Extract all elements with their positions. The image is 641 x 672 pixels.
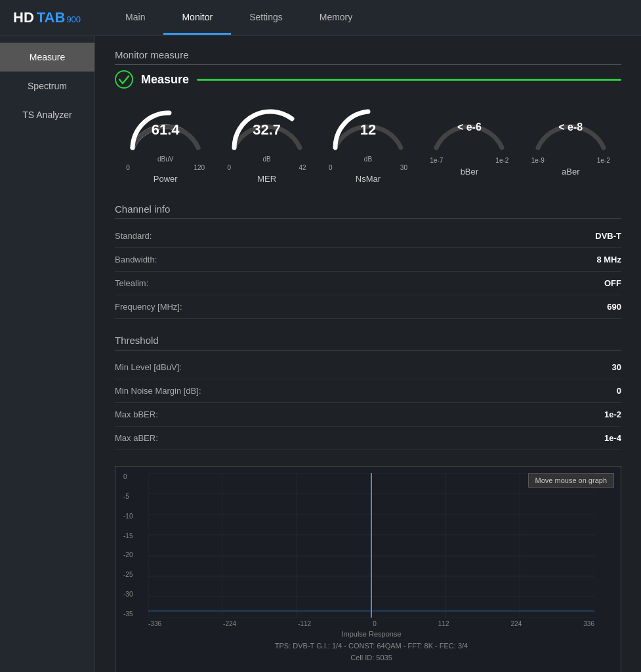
channel-info-telealim-label: Telealim: [115, 278, 148, 288]
tab-monitor[interactable]: Monitor [163, 1, 231, 35]
gauge-bber-max: 1e-2 [495, 157, 508, 164]
app-body: Measure Spectrum TS Analyzer Monitor mea… [0, 36, 641, 672]
gauge-mer-label: MER [257, 174, 276, 184]
gauge-nsmar-svg: 12 [329, 102, 407, 154]
logo-hd: HD [13, 9, 34, 26]
gauge-power-min: 0 [126, 164, 130, 171]
channel-info-frequency-value: 690 [607, 302, 621, 312]
channel-info-standard-value: DVB-T [595, 231, 621, 241]
gauge-aber-scale: 1e-9 1e-2 [531, 157, 610, 164]
main-content: Monitor measure Measure [95, 36, 641, 672]
channel-info-standard-label: Standard: [115, 231, 152, 241]
gauge-power-value: 61.4 [152, 121, 180, 138]
chart-info-line2: Cell ID: 5035 [148, 654, 594, 662]
channel-info-bandwidth-label: Bandwidth: [115, 255, 157, 264]
chart-x-title: Impulse Response [148, 630, 594, 638]
chart-x-label-1: -224 [223, 620, 236, 627]
monitor-measure-title: Monitor measure [115, 49, 621, 65]
chart-x-label-3: 0 [373, 620, 377, 627]
channel-info-title: Channel info [115, 203, 621, 219]
gauge-aber-value: < e-8 [558, 121, 583, 133]
gauge-aber-svg: < e-8 [531, 102, 610, 154]
gauge-mer-svg: 32.7 [228, 102, 306, 154]
chart-x-label-5: 224 [511, 620, 522, 627]
chart-svg [148, 473, 594, 618]
gauge-aber-label: aBer [562, 167, 579, 177]
sidebar: Measure Spectrum TS Analyzer [0, 36, 95, 672]
threshold-max-bber-label: Max bBER: [115, 410, 158, 419]
chart-x-label-0: -336 [148, 620, 161, 627]
channel-info-frequency: Frequency [MHz]: 690 [115, 295, 621, 319]
gauge-nsmar-min: 0 [329, 164, 333, 171]
threshold-min-noise: Min Noise Margin [dB]: 0 [115, 379, 621, 403]
gauge-bber-label: bBer [461, 167, 478, 177]
gauge-bber: < e-6 1e-7 1e-2 bBer [426, 102, 512, 184]
logo-tab: TAB [37, 9, 66, 26]
channel-info-telealim: Telealim: OFF [115, 272, 621, 295]
gauges-row: 61.4 dBuV 0 120 Power 32.7 dB [115, 102, 621, 184]
channel-info-telealim-value: OFF [604, 278, 621, 288]
gauge-power-label: Power [154, 174, 178, 184]
threshold-title: Threshold [115, 335, 621, 350]
sidebar-item-spectrum[interactable]: Spectrum [0, 72, 94, 100]
threshold-max-bber-value: 1e-2 [604, 410, 621, 419]
gauge-mer-scale: 0 42 [228, 164, 306, 171]
threshold-max-aber-label: Max aBER: [115, 433, 158, 443]
chart-wrapper[interactable]: Move mouse on graph 0 -5 -10 -15 -20 -25… [115, 466, 621, 672]
gauge-power-max: 120 [194, 164, 205, 171]
gauge-nsmar: 12 dB 0 30 NsMar [325, 102, 411, 184]
gauge-bber-min: 1e-7 [430, 157, 443, 164]
measure-line [197, 79, 621, 81]
gauge-power: 61.4 dBuV 0 120 Power [123, 102, 208, 184]
gauge-bber-svg: < e-6 [430, 102, 508, 154]
threshold-min-noise-value: 0 [617, 386, 621, 396]
gauge-nsmar-label: NsMar [356, 174, 381, 184]
gauge-mer-unit: dB [262, 156, 270, 163]
measure-label: Measure [141, 73, 189, 87]
channel-info-section: Channel info Standard: DVB-T Bandwidth: … [115, 203, 621, 319]
gauge-bber-value: < e-6 [457, 121, 482, 133]
gauge-nsmar-max: 30 [400, 164, 407, 171]
gauge-nsmar-unit: dB [364, 156, 372, 163]
gauge-nsmar-value: 12 [360, 121, 376, 138]
gauge-mer-value: 32.7 [253, 121, 281, 138]
chart-x-label-6: 336 [583, 620, 594, 627]
threshold-min-noise-label: Min Noise Margin [dB]: [115, 386, 201, 396]
nav-tabs: Main Monitor Settings Memory [107, 1, 371, 35]
sidebar-item-measure[interactable]: Measure [0, 43, 94, 72]
tab-settings[interactable]: Settings [231, 1, 301, 35]
chart-x-label-4: 112 [438, 620, 449, 627]
gauge-mer: 32.7 dB 0 42 MER [224, 102, 310, 184]
gauge-power-scale: 0 120 [126, 164, 205, 171]
gauge-aber: < e-8 1e-9 1e-2 aBer [528, 102, 613, 184]
threshold-max-bber: Max bBER: 1e-2 [115, 403, 621, 427]
gauge-power-svg: 61.4 [126, 102, 205, 154]
channel-info-bandwidth-value: 8 MHz [596, 255, 621, 264]
status-check-icon [115, 70, 133, 89]
threshold-min-level-label: Min Level [dBuV]: [115, 362, 182, 372]
channel-info-standard: Standard: DVB-T [115, 224, 621, 248]
measure-bar: Measure [115, 70, 621, 89]
svg-point-0 [115, 71, 133, 88]
threshold-max-aber-value: 1e-4 [604, 433, 621, 443]
chart-x-label-2: -112 [298, 620, 311, 627]
sidebar-item-ts-analyzer[interactable]: TS Analyzer [0, 100, 94, 129]
channel-info-bandwidth: Bandwidth: 8 MHz [115, 248, 621, 272]
gauge-aber-max: 1e-2 [597, 157, 610, 164]
tab-memory[interactable]: Memory [301, 1, 371, 35]
threshold-min-level: Min Level [dBuV]: 30 [115, 356, 621, 379]
tab-main[interactable]: Main [107, 1, 163, 35]
threshold-section: Threshold Min Level [dBuV]: 30 Min Noise… [115, 335, 621, 450]
gauge-aber-min: 1e-9 [531, 157, 545, 164]
chart-x-labels: -336 -224 -112 0 112 224 336 [148, 620, 594, 627]
gauge-mer-min: 0 [228, 164, 232, 171]
chart-info-line1: TPS: DVB-T G.I.: 1/4 - CONST: 64QAM - FF… [148, 642, 594, 650]
chart-y-labels: 0 -5 -10 -15 -20 -25 -30 -35 [123, 473, 133, 618]
channel-info-frequency-label: Frequency [MHz]: [115, 302, 182, 312]
threshold-max-aber: Max aBER: 1e-4 [115, 427, 621, 450]
gauge-bber-scale: 1e-7 1e-2 [430, 157, 508, 164]
logo: HD TAB 900 [13, 9, 81, 26]
chart-area: 0 -5 -10 -15 -20 -25 -30 -35 [148, 473, 594, 618]
threshold-min-level-value: 30 [612, 362, 621, 372]
chart-section: Move mouse on graph 0 -5 -10 -15 -20 -25… [115, 466, 621, 672]
